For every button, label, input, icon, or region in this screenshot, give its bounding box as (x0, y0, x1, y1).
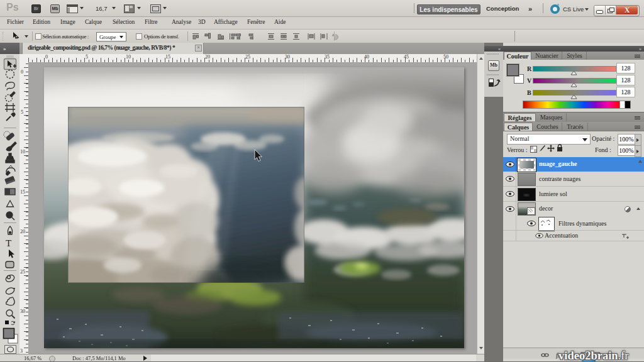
svg-text:T: T (6, 238, 11, 248)
